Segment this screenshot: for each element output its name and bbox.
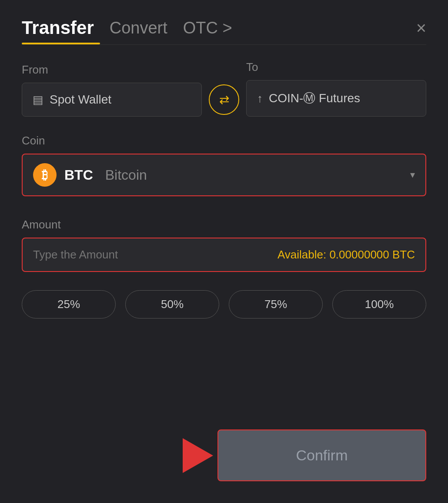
btc-icon: ₿ <box>33 163 57 187</box>
wallet-icon: ▤ <box>33 93 43 107</box>
to-label: To <box>246 60 426 74</box>
to-wallet-selector[interactable]: ↑ COIN-Ⓜ Futures <box>246 80 426 117</box>
pct-25-button[interactable]: 25% <box>22 290 116 319</box>
coin-symbol: BTC <box>64 167 93 183</box>
pct-75-button[interactable]: 75% <box>229 290 323 319</box>
from-to-row: From ▤ Spot Wallet ⇄ To ↑ COIN-Ⓜ Futures <box>22 60 426 117</box>
close-button[interactable]: × <box>416 19 426 37</box>
amount-box: Available: 0.00000000 BTC <box>22 238 426 272</box>
transfer-modal: Transfer Convert OTC > × From ▤ Spot Wal… <box>0 0 448 503</box>
available-label: Available: <box>277 248 326 261</box>
amount-input[interactable] <box>33 248 224 262</box>
coin-selector[interactable]: ₿ BTC Bitcoin ▾ <box>22 154 426 196</box>
to-wallet-text: COIN-Ⓜ Futures <box>269 90 360 107</box>
confirm-button[interactable]: Confirm <box>217 429 426 481</box>
amount-label: Amount <box>22 218 426 231</box>
arrow-container <box>183 438 213 473</box>
pct-100-button[interactable]: 100% <box>332 290 426 319</box>
percentage-row: 25% 50% 75% 100% <box>22 290 426 319</box>
header-divider <box>22 44 426 45</box>
arrow-icon <box>183 438 213 473</box>
tab-transfer[interactable]: Transfer <box>22 17 94 38</box>
chevron-down-icon: ▾ <box>410 169 415 181</box>
swap-button[interactable]: ⇄ <box>209 84 239 115</box>
pct-50-button[interactable]: 50% <box>125 290 219 319</box>
from-wallet-selector[interactable]: ▤ Spot Wallet <box>22 83 202 117</box>
available-value: 0.00000000 BTC <box>329 248 415 261</box>
coin-name: Bitcoin <box>105 167 147 183</box>
futures-icon: ↑ <box>257 92 263 105</box>
to-group: To ↑ COIN-Ⓜ Futures <box>246 60 426 117</box>
confirm-area: Confirm <box>22 429 426 481</box>
available-display: Available: 0.00000000 BTC <box>277 248 415 262</box>
coin-label: Coin <box>22 134 426 148</box>
tab-convert[interactable]: Convert <box>110 19 167 37</box>
swap-icon: ⇄ <box>219 93 229 107</box>
modal-header: Transfer Convert OTC > × <box>22 17 426 38</box>
tab-otc[interactable]: OTC > <box>183 19 232 37</box>
from-wallet-text: Spot Wallet <box>50 93 111 107</box>
from-label: From <box>22 63 202 77</box>
from-group: From ▤ Spot Wallet <box>22 63 202 117</box>
